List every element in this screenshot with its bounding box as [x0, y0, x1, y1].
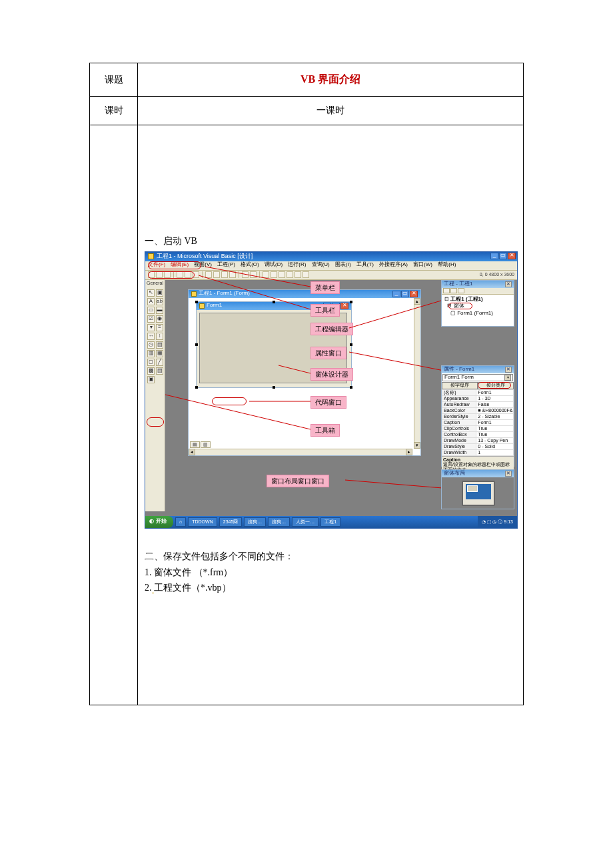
menu-help[interactable]: 帮助(H) — [438, 261, 456, 267]
menu-window[interactable]: 窗口(W) — [413, 261, 432, 267]
combo-tool[interactable]: ▾ — [147, 324, 155, 331]
taskbar-item[interactable]: 搜狗… — [268, 517, 290, 527]
mdi-close[interactable]: ✕ — [410, 291, 418, 297]
menu-project[interactable]: 工程(P) — [217, 261, 235, 267]
line-tool[interactable]: ╱ — [156, 359, 163, 366]
tool-btn[interactable] — [250, 271, 257, 278]
tool-btn[interactable] — [295, 271, 301, 278]
tool-btn[interactable] — [221, 271, 228, 278]
circle-tabs — [478, 382, 511, 389]
vb-toolbar[interactable]: 0, 0 4800 x 3600 — [145, 271, 517, 280]
properties-window[interactable]: 属性 - Form1 ✕ Form1 Form ▾ 按字母序 按分类序 (名称)… — [441, 365, 514, 467]
coord-display: 0, 0 4800 x 3600 — [480, 272, 514, 277]
proj-root[interactable]: 工程1 (工程1) — [450, 296, 482, 302]
dropdown-icon[interactable]: ▾ — [504, 375, 511, 381]
mdi-title-text: 工程1 - Form1 (Form) — [199, 291, 250, 297]
menu-run[interactable]: 运行(R) — [288, 261, 306, 267]
props-close[interactable]: ✕ — [505, 367, 512, 373]
label-properties: 属性窗口 — [310, 347, 346, 359]
data-tool[interactable]: ▤ — [156, 367, 163, 375]
proj-close[interactable]: ✕ — [505, 281, 512, 287]
tool-btn[interactable] — [205, 271, 212, 278]
menu-tools[interactable]: 工具(T) — [356, 261, 374, 267]
min-button[interactable]: _ — [490, 253, 498, 259]
option-tool[interactable]: ◉ — [156, 315, 163, 323]
tool-btn[interactable] — [303, 271, 309, 278]
hscroll-tool[interactable]: ↔ — [147, 333, 155, 340]
dir-tool[interactable]: ▥ — [147, 350, 155, 357]
list-tool[interactable]: ≡ — [156, 324, 163, 331]
tool-btn[interactable] — [271, 271, 277, 278]
props-grid[interactable]: (名称)Form1 Appearance1 - 3D AutoRedrawFal… — [442, 389, 514, 456]
tool-btn[interactable] — [229, 271, 236, 278]
mdi-max[interactable]: ▭ — [401, 291, 409, 297]
props-titlebar: 属性 - Form1 ✕ — [442, 366, 514, 373]
toolbox-header: General — [145, 280, 165, 287]
tab-alpha[interactable]: 按字母序 — [442, 382, 478, 389]
tool-btn[interactable] — [213, 271, 220, 278]
heading-start: 一、启动 VB — [145, 235, 518, 247]
proj-toolbar[interactable] — [442, 288, 514, 295]
mdi-min[interactable]: _ — [392, 291, 400, 297]
start-button[interactable]: ◐开始 — [145, 516, 173, 528]
vb-screenshot: 工程1 - Microsoft Visual Basic [设计] _ ▭ ✕ … — [145, 251, 518, 529]
vb-toolbox[interactable]: General ↖ ▣ A ab ▭ ▬ ☑ ◉ ▾ ≡ ↔ ↕ — [145, 280, 165, 511]
form-close[interactable]: ✕ — [340, 303, 348, 309]
file-line-2: 2. 工程文件（*.vbp） — [145, 580, 518, 596]
ole-tool[interactable]: ▣ — [147, 376, 155, 383]
layout-mini-form[interactable] — [467, 485, 478, 492]
form-layout-window[interactable]: 窗体布局 ✕ — [441, 469, 514, 509]
checkbox-tool[interactable]: ☑ — [147, 315, 155, 323]
window-buttons: _ ▭ ✕ — [490, 253, 516, 259]
taskbar-item[interactable]: 搜狗… — [244, 517, 266, 527]
file-tool[interactable]: ▦ — [156, 350, 163, 357]
timer-tool[interactable]: ◷ — [147, 341, 155, 349]
menu-addins[interactable]: 外接程序(A) — [379, 261, 408, 267]
label-tool[interactable]: A — [147, 298, 155, 305]
frame-tool[interactable]: ▭ — [147, 307, 155, 314]
lesson-table: 课题 VB 界面介绍 课时 一课时 一、启动 VB 工程1 - Microsof… — [89, 63, 524, 705]
vscroll-tool[interactable]: ↕ — [156, 333, 163, 340]
row2-label: 课时 — [90, 97, 138, 125]
props-combo[interactable]: Form1 Form ▾ — [442, 374, 513, 381]
taskbar-item[interactable]: 人类一… — [292, 517, 318, 527]
max-button[interactable]: ▭ — [499, 253, 507, 259]
button-tool[interactable]: ▬ — [156, 307, 163, 314]
textbox-tool[interactable]: ab — [156, 298, 163, 305]
close-button[interactable]: ✕ — [508, 253, 516, 259]
row1-title: VB 界面介绍 — [138, 63, 524, 97]
tool-btn[interactable] — [242, 271, 249, 278]
tool-btn[interactable] — [287, 271, 293, 278]
mdi-tabstrip[interactable]: ▤▥ — [190, 441, 211, 448]
image-tool[interactable]: ▩ — [147, 367, 155, 375]
proj-title-text: 工程 - 工程1 — [444, 281, 473, 287]
menu-chart[interactable]: 图表(I) — [335, 261, 351, 267]
label-toolbar: 工具栏 — [310, 304, 340, 317]
props-tabs[interactable]: 按字母序 按分类序 — [442, 382, 514, 389]
drive-tool[interactable]: ▤ — [156, 341, 163, 349]
xp-taskbar[interactable]: ◐开始 ⌂ TDDOWN 2345网 搜狗… 搜狗… 人类一… 工程1 ◔ ⬚ … — [145, 516, 517, 528]
menu-format[interactable]: 格式(O) — [241, 261, 259, 267]
proj-item[interactable]: Form1 (Form1) — [457, 310, 493, 316]
mdi-scroll-v[interactable]: ▴ ▾ — [414, 298, 420, 449]
shape-tool[interactable]: ◻ — [147, 359, 155, 366]
mdi-scroll-h[interactable]: ◂ ▸ — [189, 449, 412, 455]
picturebox-tool[interactable]: ▣ — [156, 289, 163, 297]
tool-btn[interactable] — [279, 271, 285, 278]
taskbar-item[interactable]: ⌂ — [175, 517, 186, 527]
tool-btn[interactable] — [263, 271, 269, 278]
menu-debug[interactable]: 调试(D) — [265, 261, 283, 267]
taskbar-item[interactable]: 2345网 — [219, 517, 243, 527]
project-explorer[interactable]: 工程 - 工程1 ✕ ⊟ 工程1 (工程1) ⊟ 窗体 ▢ Form1 (For… — [441, 280, 514, 327]
system-tray[interactable]: ◔ ⬚ ◷ ⓘ 9:13 — [478, 516, 517, 528]
label-designer: 窗体设计器 — [310, 368, 353, 381]
vb-title-text: 工程1 - Microsoft Visual Basic [设计] — [157, 253, 253, 260]
taskbar-item[interactable]: 工程1 — [320, 517, 340, 527]
menu-query[interactable]: 查询(U) — [312, 261, 330, 267]
file-line-1: 1. 窗体文件 （*.frm） — [145, 565, 518, 581]
circle-proj — [448, 303, 472, 309]
vb-titlebar: 工程1 - Microsoft Visual Basic [设计] — [145, 252, 517, 261]
layout-close[interactable]: ✕ — [505, 471, 512, 477]
taskbar-item[interactable]: TDDOWN — [188, 517, 217, 527]
pointer-tool[interactable]: ↖ — [147, 289, 155, 297]
